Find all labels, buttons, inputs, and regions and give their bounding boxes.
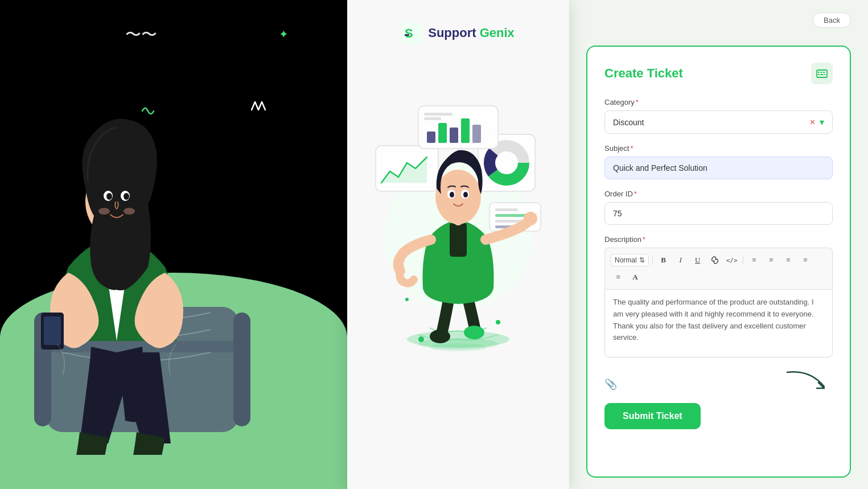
svg-rect-41 [450,223,467,257]
subject-group: Subject* [604,144,833,179]
left-section: 〜〜 ✦ [0,0,347,489]
svg-point-39 [430,330,450,343]
svg-rect-56 [818,74,820,75]
brand-support-text: Support [428,26,476,40]
align-right-button[interactable]: ≡ [781,253,796,268]
svg-rect-16 [405,34,409,36]
woman-illustration [11,68,330,455]
svg-rect-28 [472,125,481,143]
category-label: Category* [604,98,833,106]
description-group: Description* Normal ⇅ B I U </> ≡ ≡ ≡ [604,235,833,360]
description-label: Description* [604,235,833,244]
right-section: Back Create Ticket Category* [569,0,868,489]
svg-point-47 [450,192,454,198]
category-value: Discount [613,118,644,127]
svg-point-49 [418,336,424,342]
category-chevron-icon[interactable]: ▾ [820,117,824,128]
format-style-value: Normal [615,256,637,264]
description-textarea[interactable]: The quality and performance of the produ… [604,289,833,357]
svg-point-51 [405,298,409,301]
svg-point-44 [435,170,481,224]
editor-toolbar: Normal ⇅ B I U </> ≡ ≡ ≡ ≡ ≡ A [604,248,833,289]
font-color-button[interactable]: A [628,270,643,285]
svg-rect-24 [427,132,435,143]
star-decoration: ✦ [279,27,289,41]
svg-point-12 [98,208,110,215]
subject-label: Subject* [604,144,833,153]
svg-point-11 [124,193,129,200]
support-icon [816,67,828,80]
svg-point-10 [106,193,112,200]
brand-logo: S Support Genix [402,23,515,43]
order-id-group: Order ID* [604,190,833,225]
svg-rect-32 [495,208,518,211]
curved-arrow-decoration [781,367,833,401]
svg-rect-26 [450,128,458,143]
svg-rect-53 [818,72,820,73]
link-button[interactable] [707,253,722,268]
attachment-row: 📎 [604,378,833,391]
category-select[interactable]: Discount × ▾ [604,110,833,134]
svg-rect-52 [817,70,827,77]
svg-rect-54 [821,72,822,73]
form-footer: 📎 Submit Ticket [604,370,833,429]
format-style-arrow: ⇅ [639,256,645,264]
svg-point-38 [430,343,487,351]
svg-rect-25 [438,123,447,143]
svg-rect-30 [424,117,441,120]
svg-point-50 [496,320,500,324]
svg-rect-57 [821,74,824,75]
brand-genix-text: Genix [480,26,515,40]
form-title: Create Ticket [604,66,683,81]
svg-point-13 [124,208,135,215]
squiggle-decoration-1: 〜〜 [125,24,157,46]
submit-ticket-button[interactable]: Submit Ticket [604,403,701,429]
italic-button[interactable]: I [673,253,688,268]
man-illustration [361,77,555,373]
code-button[interactable]: </> [725,253,739,268]
create-ticket-card: Create Ticket Category* [586,46,851,478]
subject-input[interactable] [604,157,833,179]
category-clear-icon[interactable]: × [810,118,815,127]
toolbar-separator-2 [743,256,743,265]
format-style-select[interactable]: Normal ⇅ [611,254,649,266]
form-header: Create Ticket [604,63,833,84]
underline-button[interactable]: U [690,253,705,268]
back-button[interactable]: Back [813,13,851,28]
order-id-input[interactable] [604,202,833,225]
order-id-label: Order ID* [604,190,833,198]
svg-rect-2 [233,313,250,426]
middle-section: S Support Genix [347,0,569,489]
svg-rect-27 [461,118,470,143]
svg-rect-58 [824,74,825,75]
category-group: Category* Discount × ▾ [604,98,833,134]
toolbar-separator-1 [652,256,653,265]
svg-rect-55 [823,72,825,73]
bold-button[interactable]: B [656,253,671,268]
svg-rect-29 [424,113,452,116]
indent-button[interactable]: ≡ [611,270,626,285]
svg-text:S: S [405,26,413,40]
svg-point-48 [463,192,468,198]
svg-point-40 [464,326,484,339]
align-justify-button[interactable]: ≡ [798,253,813,268]
align-center-button[interactable]: ≡ [764,253,779,268]
support-icon-badge [811,63,833,84]
brand-icon: S [402,23,422,43]
svg-point-42 [524,212,537,225]
align-left-button[interactable]: ≡ [747,253,762,268]
svg-rect-5 [44,317,61,345]
attachment-icon[interactable]: 📎 [604,378,617,391]
